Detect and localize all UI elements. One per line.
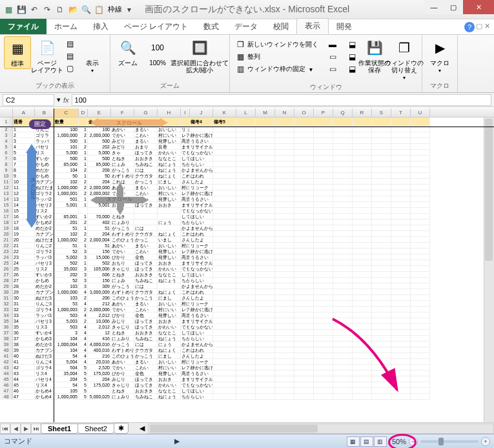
new-window-button[interactable]: ❐新しいウィンドウを開く [234,39,320,50]
col-header-T[interactable]: T [391,108,411,117]
page-layout-view-icon[interactable]: ▤ [360,436,373,447]
preview-button[interactable]: ▤ [63,38,76,50]
redo-icon[interactable]: ↷ [41,4,53,15]
col-header-E[interactable]: E [88,108,111,117]
collapse-ribbon-icon[interactable]: ▢ ✕ [476,22,490,30]
minimize-button[interactable]: — [424,0,444,14]
column-headers: ABCDEFGHIJKLMNOPQRSTU [0,108,494,117]
macro-icon: ▶ [429,37,450,58]
scroll-left-icon[interactable]: ◀ [139,424,145,433]
reset-pos-button[interactable]: ⬓ [345,63,358,75]
tab-file[interactable]: ファイル [0,19,46,34]
col-header-M[interactable]: M [256,108,275,117]
col-header-N[interactable]: N [275,108,294,117]
tab-pagelayout[interactable]: ページ レイアウト [116,19,196,34]
normal-view-button[interactable]: ▦標準 [4,36,31,69]
sync-scroll-button[interactable]: ⬓ [345,51,358,63]
col-header-C[interactable]: C [54,108,79,117]
zoom-100-button[interactable]: 100100% [144,36,171,68]
worksheet-grid[interactable]: ABCDEFGHIJKLMNOPQRSTU 1通番名前数量金備考4備考521りん… [0,108,494,422]
switch-windows-button[interactable]: ❐ウィンドウの 切り替え▾ [391,36,418,82]
name-box[interactable]: C2 [3,94,54,106]
tab-insert[interactable]: 挿入 [85,19,116,34]
split-button[interactable]: ▬ [326,39,339,50]
tab-home[interactable]: ホーム [46,19,85,34]
sidebyside-icon: ⬓ [347,39,357,50]
sheet-next-button[interactable]: ▶ [21,423,31,434]
col-header-D[interactable]: D [79,108,88,117]
table-row: 3130ぬけだ31032206このひょうかっこうにましさんしたよ [0,295,494,301]
col-header-G[interactable]: G [134,108,158,117]
col-header-K[interactable]: K [213,108,236,117]
zoom-button[interactable]: 🔍ズーム [114,36,141,68]
zoom-in-button[interactable]: + [481,437,490,446]
sheet-tab-2[interactable]: Sheet2 [77,423,114,434]
tab-review[interactable]: 校閲 [265,19,296,34]
title-bar: ▦ 💾 ↶ ↷ 🗋 📂 🔍 📋 枠線 ▾ 画面のスクロールができない.xlsx … [0,0,494,19]
col-header-F[interactable]: F [111,108,134,117]
tab-data[interactable]: データ [227,19,265,34]
qat-dropdown-arrow-icon[interactable]: ▾ [123,4,135,15]
freeze-panes-button[interactable]: ▥ウィンドウ枠の固定▾ [234,63,320,75]
col-header-H[interactable]: H [158,108,181,117]
sheet-nav: ⏮ ◀ ▶ ⏭ [0,423,41,434]
zoom-out-button[interactable]: − [409,437,418,446]
col-header-L[interactable]: L [236,108,256,117]
tab-formulas[interactable]: 数式 [196,19,227,34]
col-header-Q[interactable]: Q [333,108,353,117]
tab-view[interactable]: 表示 [296,18,329,34]
sheet-last-button[interactable]: ⏭ [31,423,41,434]
page-break-view-icon[interactable]: ▥ [374,436,387,447]
col-header-R[interactable]: R [353,108,372,117]
macro-record-icon[interactable]: ▶ [174,437,180,445]
close-button[interactable]: ✕ [463,0,494,14]
custom-view-button[interactable]: ▤ [63,50,76,62]
col-header-A[interactable]: A [13,108,35,117]
col-header-P[interactable]: P [314,108,333,117]
hide-button[interactable]: ▭ [326,51,339,63]
fullscreen-button[interactable]: ▢ [63,63,76,74]
col-header-U[interactable]: U [411,108,430,117]
new-icon[interactable]: 🗋 [54,4,66,15]
sheet-tab-1[interactable]: Sheet1 [41,423,78,434]
col-header-B[interactable]: B [35,108,54,117]
vertical-scrollbar[interactable] [484,117,494,422]
sheet-prev-button[interactable]: ◀ [10,423,21,434]
zoom-percent[interactable]: 50% [392,438,406,445]
zoom-slider[interactable] [420,440,479,443]
sheet-first-button[interactable]: ⏮ [0,423,10,434]
open-icon[interactable]: 📂 [67,4,79,15]
tab-developer[interactable]: 開発 [329,19,360,34]
window-title: 画面のスクロールができない.xlsx - Microsoft Excel [145,4,349,15]
horizontal-scrollbar[interactable]: ◀ ▶ [148,423,494,434]
col-header-S[interactable]: S [372,108,391,117]
table-row: 87かもめ85,000185,000にょみちみねこねにょうちがうらしい [0,161,494,167]
namebox-dropdown-icon[interactable]: ▾ [57,96,61,104]
unhide-button[interactable]: ▭ [326,63,339,75]
help-icon[interactable]: ? [464,22,475,32]
split-icon: ▬ [327,39,338,50]
normal-view-icon[interactable]: ▦ [347,436,360,447]
page-layout-button[interactable]: 📄ページ レイアウト [34,36,61,75]
arrange-button[interactable]: ▦整列 [234,51,320,63]
table-row: 109かもめ50150わずトめりクウガタねにょくこれはわれ [0,173,494,179]
side-by-side-button[interactable]: ⬓ [345,39,358,50]
zoom-selection-button[interactable]: 🔲選択範囲に合わせて 拡大/縮小 [174,36,225,75]
save-workspace-button[interactable]: 💾作業状態の 保存 [361,36,388,75]
save-icon[interactable]: 💾 [15,4,27,15]
macros-button[interactable]: ▶マクロ▾ [426,36,453,75]
fx-icon[interactable]: fx [63,96,69,104]
show-button[interactable]: 表示▾ [79,36,106,75]
sheet-tab-new[interactable]: ✱ [114,423,129,434]
col-header-O[interactable]: O [294,108,314,117]
maximize-button[interactable]: ▢ [444,0,463,14]
formula-input[interactable]: 100 [72,94,491,106]
col-header-I[interactable]: I [181,108,190,117]
qat-dropdown[interactable]: 枠線 [108,5,122,14]
table-row: 4342ゴリラ450452,520でかいこわい村にいいレア静かに逃げろ [0,365,494,371]
col-header-J[interactable]: J [190,108,213,117]
paste-icon[interactable]: 📋 [93,4,105,15]
preview-icon[interactable]: 🔍 [80,4,92,15]
undo-icon[interactable]: ↶ [28,4,40,15]
select-all-corner[interactable] [0,108,13,117]
